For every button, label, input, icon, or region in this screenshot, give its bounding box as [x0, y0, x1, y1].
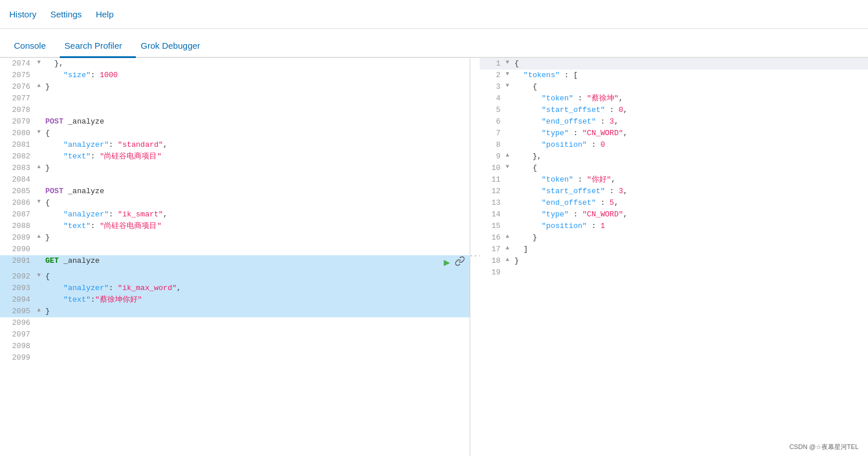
out-line-num-19: 19: [480, 267, 503, 278]
editor-line-2089: 2089 ▲ }: [0, 232, 470, 244]
fold-2095[interactable]: ▲: [35, 306, 43, 314]
fold-2078: [35, 104, 43, 113]
fold-2075: [35, 70, 43, 78]
out-content-6: "end_offset" : 3,: [512, 116, 868, 128]
fold-2085: [35, 186, 43, 194]
fold-2083[interactable]: ▲: [35, 162, 43, 171]
editor-line-2092: 2092 ▼ {: [0, 271, 470, 283]
editor-line-2077: 2077: [0, 93, 470, 104]
out-fold-17[interactable]: ▲: [503, 244, 512, 252]
out-fold-6: [503, 116, 512, 125]
copy-link-button[interactable]: [455, 256, 465, 271]
tab-console[interactable]: Console: [9, 34, 60, 58]
out-line-num-12: 12: [480, 186, 503, 197]
fold-2092[interactable]: ▼: [35, 271, 43, 280]
fold-2089[interactable]: ▲: [35, 232, 43, 241]
output-line-1: 1 ▼ {: [480, 58, 868, 70]
tab-bar: Console Search Profiler Grok Debugger: [0, 29, 868, 58]
editor-line-2076: 2076 ▲ }: [0, 81, 470, 93]
editor-line-2095: 2095 ▲ }: [0, 306, 470, 317]
out-content-5: "start_offset" : 0,: [512, 104, 868, 116]
fold-2091: [35, 255, 43, 264]
output-line-17: 17 ▲ ]: [480, 244, 868, 255]
line-content-2076: }: [43, 81, 470, 93]
menu-help[interactable]: Help: [96, 9, 114, 19]
editor-line-2075: 2075 "size": 1000: [0, 70, 470, 81]
output-line-18: 18 ▲ }: [480, 255, 868, 267]
tab-search-profiler[interactable]: Search Profiler: [60, 34, 136, 58]
output-panel: 1 ▼ { 2 ▼ "tokens" : [ 3 ▼ { 4 ": [480, 58, 868, 456]
output-line-7: 7 "type" : "CN_WORD",: [480, 128, 868, 139]
editor-line-2088: 2088 "text": "尚硅谷电商项目": [0, 220, 470, 232]
out-line-num-9: 9: [480, 151, 503, 162]
out-fold-13: [503, 197, 512, 206]
run-button[interactable]: ▶: [444, 255, 450, 271]
output-line-8: 8 "position" : 0: [480, 139, 868, 151]
fold-2074[interactable]: ▼: [35, 58, 43, 67]
tab-grok-debugger[interactable]: Grok Debugger: [136, 34, 214, 58]
out-content-11: "token" : "你好",: [512, 174, 868, 186]
fold-2084: [35, 174, 43, 183]
line-num-2088: 2088: [0, 220, 35, 232]
out-content-1: {: [512, 58, 868, 70]
output-lines[interactable]: 1 ▼ { 2 ▼ "tokens" : [ 3 ▼ { 4 ": [480, 58, 868, 456]
editor-lines[interactable]: 2074 ▼ }, 2075 "size": 1000 2076 ▲ } 207…: [0, 58, 470, 456]
out-fold-9[interactable]: ▲: [503, 151, 512, 160]
fold-2080[interactable]: ▼: [35, 128, 43, 136]
fold-2081: [35, 139, 43, 148]
line-num-2098: 2098: [0, 341, 35, 352]
editor-line-2090: 2090: [0, 244, 470, 255]
editor-line-2085: 2085 POST _analyze: [0, 186, 470, 197]
out-fold-7: [503, 128, 512, 136]
fold-2087: [35, 209, 43, 218]
out-fold-10[interactable]: ▼: [503, 162, 512, 171]
output-line-4: 4 "token" : "蔡徐坤",: [480, 93, 868, 104]
line-num-2090: 2090: [0, 244, 35, 255]
out-line-num-15: 15: [480, 220, 503, 232]
line-num-2095: 2095: [0, 306, 35, 317]
menu-settings[interactable]: Settings: [51, 9, 82, 19]
out-line-num-14: 14: [480, 209, 503, 220]
out-line-num-17: 17: [480, 244, 503, 255]
editor-line-2093: 2093 "analyzer": "ik_max_word",: [0, 283, 470, 294]
out-line-num-4: 4: [480, 93, 503, 104]
output-line-11: 11 "token" : "你好",: [480, 174, 868, 186]
out-fold-3[interactable]: ▼: [503, 81, 512, 90]
output-line-2: 2 ▼ "tokens" : [: [480, 70, 868, 81]
line-num-2084: 2084: [0, 174, 35, 186]
out-content-10: {: [512, 162, 868, 174]
out-content-8: "position" : 0: [512, 139, 868, 151]
out-fold-2[interactable]: ▼: [503, 70, 512, 78]
fold-2076[interactable]: ▲: [35, 81, 43, 90]
line-content-2086: {: [43, 197, 470, 209]
fold-2086[interactable]: ▼: [35, 197, 43, 206]
menu-history[interactable]: History: [9, 9, 37, 19]
out-line-num-10: 10: [480, 162, 503, 174]
out-content-13: "end_offset" : 5,: [512, 197, 868, 209]
line-content-2080: {: [43, 128, 470, 139]
output-line-6: 6 "end_offset" : 3,: [480, 116, 868, 128]
editor-line-2082: 2082 "text": "尚硅谷电商项目": [0, 151, 470, 162]
line-num-2080: 2080: [0, 128, 35, 139]
editor-line-2074: 2074 ▼ },: [0, 58, 470, 70]
editor-line-2084: 2084: [0, 174, 470, 186]
out-line-num-13: 13: [480, 197, 503, 209]
out-line-num-8: 8: [480, 139, 503, 151]
out-content-2: "tokens" : [: [512, 70, 868, 81]
out-fold-1[interactable]: ▼: [503, 58, 512, 67]
line-content-2079: POST _analyze: [43, 116, 470, 128]
line-num-2083: 2083: [0, 162, 35, 174]
out-fold-16[interactable]: ▲: [503, 232, 512, 241]
out-line-num-3: 3: [480, 81, 503, 93]
line-content-2083: }: [43, 162, 470, 174]
out-fold-18[interactable]: ▲: [503, 255, 512, 264]
line-num-2085: 2085: [0, 186, 35, 197]
fold-2094: [35, 294, 43, 303]
line-content-2091[interactable]: GET _analyze: [43, 255, 444, 267]
fold-2079: [35, 116, 43, 125]
output-line-9: 9 ▲ },: [480, 151, 868, 162]
out-fold-8: [503, 139, 512, 148]
out-fold-12: [503, 186, 512, 194]
line-num-2074: 2074: [0, 58, 35, 70]
editor-line-2097: 2097: [0, 329, 470, 341]
